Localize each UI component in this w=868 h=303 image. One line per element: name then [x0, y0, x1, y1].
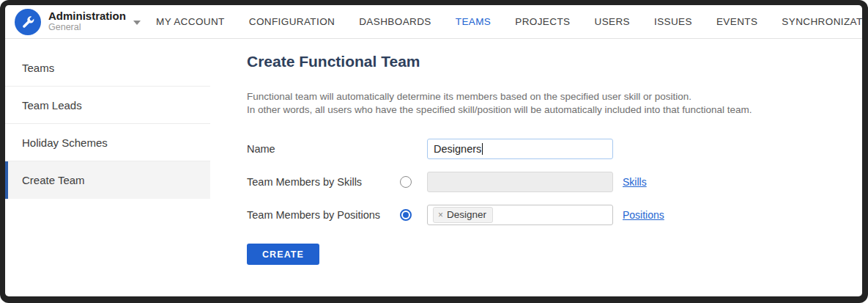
form-row-skills: Team Members by Skills Skills: [247, 172, 862, 192]
create-button[interactable]: CREATE: [247, 244, 319, 265]
nav-item-my-account[interactable]: MY ACCOUNT: [156, 16, 225, 27]
top-navigation-bar: Administration General MY ACCOUNT CONFIG…: [5, 5, 862, 39]
positions-link[interactable]: Positions: [623, 209, 664, 221]
skills-link[interactable]: Skills: [623, 176, 647, 188]
sidebar-item-team-leads[interactable]: Team Leads: [5, 87, 210, 124]
positions-radio-cell: [400, 209, 427, 221]
name-input-value: Designers: [434, 143, 481, 155]
main-panel: Create Functional Team Functional team w…: [210, 39, 862, 296]
content-area: Teams Team Leads Holiday Schemes Create …: [5, 39, 862, 296]
nav-item-events[interactable]: EVENTS: [716, 16, 757, 27]
nav-item-issues[interactable]: ISSUES: [654, 16, 692, 27]
sidebar: Teams Team Leads Holiday Schemes Create …: [5, 39, 210, 296]
main-nav: MY ACCOUNT CONFIGURATION DASHBOARDS TEAM…: [156, 16, 862, 27]
skills-radio-cell: [400, 176, 427, 188]
skills-input: [427, 172, 613, 192]
nav-item-synchronization[interactable]: SYNCHRONIZATION: [782, 16, 862, 27]
chevron-down-icon[interactable]: [133, 21, 141, 25]
nav-item-dashboards[interactable]: DASHBOARDS: [359, 16, 431, 27]
description-line-2: In other words, all users who have the s…: [247, 103, 862, 117]
sidebar-item-create-team[interactable]: Create Team: [5, 161, 210, 199]
nav-item-configuration[interactable]: CONFIGURATION: [249, 16, 335, 27]
admin-area-switcher[interactable]: Administration General: [15, 9, 136, 35]
app-title: Administration: [48, 10, 126, 23]
name-input[interactable]: Designers: [427, 139, 613, 159]
description-line-1: Functional team will automatically deter…: [247, 90, 862, 103]
app-window: Administration General MY ACCOUNT CONFIG…: [5, 5, 862, 296]
nav-item-projects[interactable]: PROJECTS: [515, 16, 570, 27]
positions-input[interactable]: × Designer: [427, 205, 613, 225]
skills-label: Team Members by Skills: [247, 176, 400, 188]
sidebar-item-holiday-schemes[interactable]: Holiday Schemes: [5, 124, 210, 161]
wrench-icon: [15, 9, 41, 35]
window-frame: Administration General MY ACCOUNT CONFIG…: [0, 0, 868, 303]
form-row-positions: Team Members by Positions × Designer Pos…: [247, 205, 862, 225]
app-subtitle: General: [48, 23, 126, 33]
name-label: Name: [247, 143, 400, 155]
skills-radio-button[interactable]: [400, 176, 412, 188]
nav-item-users[interactable]: USERS: [594, 16, 630, 27]
app-title-block: Administration General: [48, 10, 126, 32]
sidebar-item-teams[interactable]: Teams: [5, 49, 210, 87]
positions-label: Team Members by Positions: [247, 209, 400, 221]
form-row-name: Name Designers: [247, 139, 862, 159]
page-title: Create Functional Team: [247, 53, 862, 70]
create-team-form: Name Designers Team Members by Skills: [247, 139, 862, 265]
position-tag-label: Designer: [447, 209, 486, 220]
remove-tag-icon[interactable]: ×: [438, 210, 443, 220]
page-description: Functional team will automatically deter…: [247, 90, 862, 117]
positions-radio-button[interactable]: [400, 209, 412, 221]
nav-item-teams[interactable]: TEAMS: [456, 16, 492, 27]
text-cursor: [482, 143, 483, 155]
position-tag-chip: × Designer: [433, 207, 493, 223]
